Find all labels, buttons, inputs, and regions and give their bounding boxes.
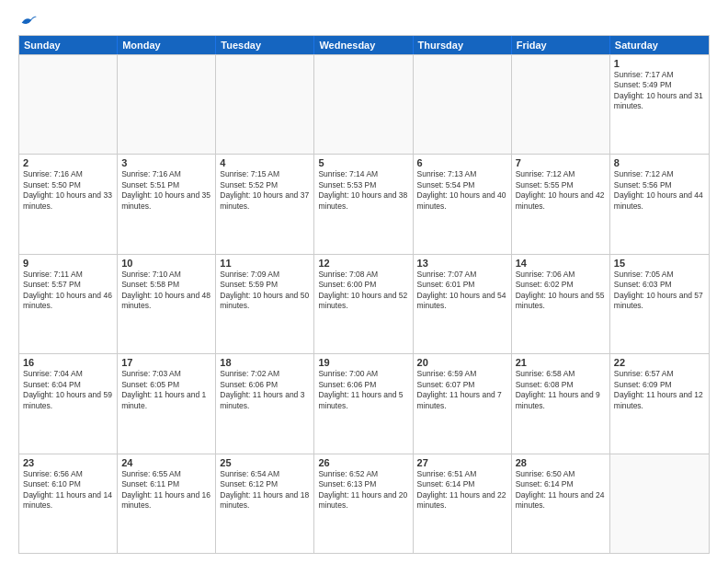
day-cell-5: 5Sunrise: 7:14 AM Sunset: 5:53 PM Daylig… — [314, 155, 413, 253]
logo — [18, 15, 37, 28]
day-cell-23: 23Sunrise: 6:56 AM Sunset: 6:10 PM Dayli… — [19, 454, 118, 553]
day-header-thursday: Thursday — [414, 36, 512, 54]
day-cell-2: 2Sunrise: 7:16 AM Sunset: 5:50 PM Daylig… — [19, 155, 118, 253]
day-info: Sunrise: 7:03 AM Sunset: 6:05 PM Dayligh… — [121, 369, 211, 411]
day-header-friday: Friday — [512, 36, 610, 54]
day-info: Sunrise: 7:02 AM Sunset: 6:06 PM Dayligh… — [220, 369, 310, 411]
day-info: Sunrise: 7:09 AM Sunset: 5:59 PM Dayligh… — [220, 270, 310, 312]
day-info: Sunrise: 6:56 AM Sunset: 6:10 PM Dayligh… — [23, 469, 113, 511]
day-info: Sunrise: 6:51 AM Sunset: 6:14 PM Dayligh… — [417, 469, 507, 511]
day-info: Sunrise: 6:55 AM Sunset: 6:11 PM Dayligh… — [121, 469, 211, 511]
day-info: Sunrise: 7:11 AM Sunset: 5:57 PM Dayligh… — [23, 270, 113, 312]
day-cell-21: 21Sunrise: 6:58 AM Sunset: 6:08 PM Dayli… — [512, 354, 610, 453]
day-number: 14 — [516, 258, 606, 269]
week-row-1: 1Sunrise: 7:17 AM Sunset: 5:49 PM Daylig… — [19, 54, 709, 154]
day-info: Sunrise: 7:16 AM Sunset: 5:51 PM Dayligh… — [121, 169, 211, 212]
day-cell-16: 16Sunrise: 7:04 AM Sunset: 6:04 PM Dayli… — [19, 354, 118, 453]
day-number: 9 — [23, 258, 113, 269]
day-cell-28: 28Sunrise: 6:50 AM Sunset: 6:14 PM Dayli… — [512, 454, 610, 553]
day-cell-empty — [414, 55, 512, 154]
day-header-wednesday: Wednesday — [314, 36, 413, 54]
week-row-4: 16Sunrise: 7:04 AM Sunset: 6:04 PM Dayli… — [19, 353, 709, 453]
day-cell-8: 8Sunrise: 7:12 AM Sunset: 5:56 PM Daylig… — [610, 155, 709, 253]
day-info: Sunrise: 7:17 AM Sunset: 5:49 PM Dayligh… — [614, 70, 705, 112]
day-number: 6 — [417, 157, 507, 168]
header — [18, 15, 710, 28]
day-info: Sunrise: 6:59 AM Sunset: 6:07 PM Dayligh… — [417, 369, 507, 411]
day-number: 12 — [318, 258, 408, 269]
day-number: 28 — [516, 457, 606, 468]
day-number: 22 — [614, 357, 705, 368]
day-cell-empty — [314, 55, 413, 154]
day-number: 20 — [417, 357, 507, 368]
day-info: Sunrise: 7:13 AM Sunset: 5:54 PM Dayligh… — [417, 169, 507, 212]
day-cell-empty — [19, 55, 118, 154]
day-number: 23 — [23, 457, 113, 468]
day-header-saturday: Saturday — [610, 36, 709, 54]
day-cell-14: 14Sunrise: 7:06 AM Sunset: 6:02 PM Dayli… — [512, 255, 610, 353]
day-number: 10 — [121, 258, 211, 269]
day-number: 7 — [516, 157, 606, 168]
day-cell-10: 10Sunrise: 7:10 AM Sunset: 5:58 PM Dayli… — [118, 255, 216, 353]
day-info: Sunrise: 6:52 AM Sunset: 6:13 PM Dayligh… — [318, 469, 408, 511]
day-cell-7: 7Sunrise: 7:12 AM Sunset: 5:55 PM Daylig… — [512, 155, 610, 253]
day-info: Sunrise: 7:06 AM Sunset: 6:02 PM Dayligh… — [516, 270, 606, 312]
day-number: 25 — [220, 457, 310, 468]
day-number: 21 — [516, 357, 606, 368]
day-number: 8 — [614, 157, 705, 168]
day-header-monday: Monday — [118, 36, 216, 54]
day-cell-24: 24Sunrise: 6:55 AM Sunset: 6:11 PM Dayli… — [118, 454, 216, 553]
day-info: Sunrise: 7:10 AM Sunset: 5:58 PM Dayligh… — [121, 270, 211, 312]
day-cell-15: 15Sunrise: 7:05 AM Sunset: 6:03 PM Dayli… — [610, 255, 709, 353]
day-cell-17: 17Sunrise: 7:03 AM Sunset: 6:05 PM Dayli… — [118, 354, 216, 453]
day-number: 15 — [614, 258, 705, 269]
day-number: 5 — [318, 157, 408, 168]
day-cell-9: 9Sunrise: 7:11 AM Sunset: 5:57 PM Daylig… — [19, 255, 118, 353]
day-number: 17 — [121, 357, 211, 368]
day-cell-25: 25Sunrise: 6:54 AM Sunset: 6:12 PM Dayli… — [216, 454, 314, 553]
day-number: 11 — [220, 258, 310, 269]
day-info: Sunrise: 7:12 AM Sunset: 5:55 PM Dayligh… — [516, 169, 606, 212]
day-info: Sunrise: 6:57 AM Sunset: 6:09 PM Dayligh… — [614, 369, 705, 411]
day-cell-27: 27Sunrise: 6:51 AM Sunset: 6:14 PM Dayli… — [414, 454, 512, 553]
day-cell-3: 3Sunrise: 7:16 AM Sunset: 5:51 PM Daylig… — [118, 155, 216, 253]
day-number: 3 — [121, 157, 211, 168]
day-info: Sunrise: 6:58 AM Sunset: 6:08 PM Dayligh… — [516, 369, 606, 411]
day-number: 4 — [220, 157, 310, 168]
day-info: Sunrise: 7:12 AM Sunset: 5:56 PM Dayligh… — [614, 169, 705, 212]
day-cell-empty — [118, 55, 216, 154]
day-number: 26 — [318, 457, 408, 468]
page: SundayMondayTuesdayWednesdayThursdayFrid… — [0, 0, 728, 563]
day-number: 1 — [614, 58, 705, 69]
day-cell-13: 13Sunrise: 7:07 AM Sunset: 6:01 PM Dayli… — [414, 255, 512, 353]
week-row-3: 9Sunrise: 7:11 AM Sunset: 5:57 PM Daylig… — [19, 254, 709, 353]
day-cell-1: 1Sunrise: 7:17 AM Sunset: 5:49 PM Daylig… — [610, 55, 709, 154]
calendar-header: SundayMondayTuesdayWednesdayThursdayFrid… — [19, 36, 709, 54]
day-cell-11: 11Sunrise: 7:09 AM Sunset: 5:59 PM Dayli… — [216, 255, 314, 353]
day-info: Sunrise: 7:04 AM Sunset: 6:04 PM Dayligh… — [23, 369, 113, 411]
day-cell-20: 20Sunrise: 6:59 AM Sunset: 6:07 PM Dayli… — [414, 354, 512, 453]
day-cell-26: 26Sunrise: 6:52 AM Sunset: 6:13 PM Dayli… — [314, 454, 413, 553]
day-number: 18 — [220, 357, 310, 368]
day-info: Sunrise: 6:50 AM Sunset: 6:14 PM Dayligh… — [516, 469, 606, 511]
day-info: Sunrise: 6:54 AM Sunset: 6:12 PM Dayligh… — [220, 469, 310, 511]
calendar: SundayMondayTuesdayWednesdayThursdayFrid… — [18, 35, 710, 554]
week-row-2: 2Sunrise: 7:16 AM Sunset: 5:50 PM Daylig… — [19, 154, 709, 253]
day-header-tuesday: Tuesday — [216, 36, 314, 54]
day-number: 24 — [121, 457, 211, 468]
day-cell-12: 12Sunrise: 7:08 AM Sunset: 6:00 PM Dayli… — [314, 255, 413, 353]
day-cell-empty — [512, 55, 610, 154]
day-number: 2 — [23, 157, 113, 168]
logo-bird-icon — [20, 15, 37, 28]
day-info: Sunrise: 7:08 AM Sunset: 6:00 PM Dayligh… — [318, 270, 408, 312]
day-cell-22: 22Sunrise: 6:57 AM Sunset: 6:09 PM Dayli… — [610, 354, 709, 453]
day-info: Sunrise: 7:16 AM Sunset: 5:50 PM Dayligh… — [23, 169, 113, 212]
day-cell-18: 18Sunrise: 7:02 AM Sunset: 6:06 PM Dayli… — [216, 354, 314, 453]
day-cell-4: 4Sunrise: 7:15 AM Sunset: 5:52 PM Daylig… — [216, 155, 314, 253]
day-info: Sunrise: 7:05 AM Sunset: 6:03 PM Dayligh… — [614, 270, 705, 312]
day-cell-19: 19Sunrise: 7:00 AM Sunset: 6:06 PM Dayli… — [314, 354, 413, 453]
day-number: 19 — [318, 357, 408, 368]
day-cell-6: 6Sunrise: 7:13 AM Sunset: 5:54 PM Daylig… — [414, 155, 512, 253]
week-row-5: 23Sunrise: 6:56 AM Sunset: 6:10 PM Dayli… — [19, 454, 709, 553]
day-info: Sunrise: 7:07 AM Sunset: 6:01 PM Dayligh… — [417, 270, 507, 312]
